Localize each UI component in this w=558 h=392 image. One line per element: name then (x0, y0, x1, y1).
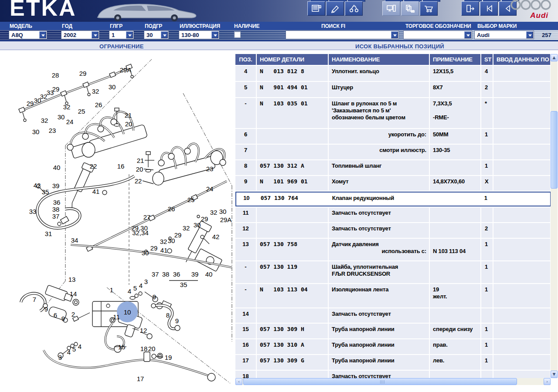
diagram-callout[interactable]: 29 (150, 244, 158, 252)
table-row[interactable]: -057 130 119Шайба, уплотнительнаяFЉR DRU… (235, 261, 551, 283)
diagram-callout[interactable]: 27 (143, 213, 151, 221)
parts-list-button[interactable] (307, 1, 325, 16)
column-header[interactable]: НАИМЕНОВАНИЕ (329, 54, 429, 65)
column-header[interactable]: НОМЕР ДЕТАЛИ (257, 54, 328, 65)
horizontal-scroll-thumb[interactable] (243, 378, 517, 385)
diagram-callout[interactable]: 34 (71, 237, 78, 244)
diagram-callout[interactable]: 20 (148, 345, 156, 352)
diagram-callout[interactable]: 4 (128, 287, 131, 295)
diagram-callout[interactable]: 29A (120, 66, 132, 74)
diagram-callout[interactable]: 30 (58, 113, 65, 121)
diagram-callout[interactable]: 4 (78, 343, 82, 350)
diagram-callout[interactable]: 9 (175, 317, 179, 324)
filter-select-3[interactable]: 30 (144, 30, 169, 39)
diagram-callout[interactable]: 16 (117, 162, 125, 170)
filter-select-7[interactable] (403, 30, 472, 39)
diagram-callout[interactable]: 5 (72, 345, 76, 353)
diagram-callout[interactable]: 41 (160, 247, 168, 254)
diagram-callout[interactable]: 32 (63, 103, 71, 111)
diagram-callout[interactable]: 20 (136, 166, 143, 173)
column-header[interactable]: ST (481, 54, 493, 65)
diagram-callout[interactable]: 8 (166, 311, 170, 319)
diagram-callout[interactable]: 6 (54, 311, 57, 319)
diagram-callout[interactable]: 9 (61, 315, 65, 322)
diagram-callout[interactable]: 42 (212, 233, 220, 240)
diagram-callout[interactable]: 42 (34, 182, 41, 189)
diagram-callout[interactable]: 30 (142, 249, 149, 257)
diagram-callout[interactable]: 20 (125, 120, 133, 128)
diagram-callout[interactable]: 36 (173, 270, 180, 278)
vertical-scroll-thumb[interactable] (551, 111, 558, 189)
diagram-callout[interactable]: 25 (187, 196, 195, 203)
diagram-callout[interactable]: 40 (205, 270, 213, 278)
diagram-callout[interactable]: 38 (162, 270, 170, 278)
diagram-callout[interactable]: 41 (92, 188, 100, 195)
diagram-callout[interactable]: 26 (168, 205, 175, 213)
diagram-callout[interactable]: 33 (29, 208, 37, 215)
diagram-callout[interactable]: 37 (52, 213, 60, 220)
diagram-callout[interactable]: 32 (92, 88, 99, 95)
filter-select-1[interactable]: 2002 (61, 30, 99, 39)
diagram-callout[interactable]: 32 (210, 209, 218, 216)
diagram-callout[interactable]: 2 (71, 311, 75, 318)
diagram-callout[interactable]: 4 (67, 348, 71, 356)
diagram-callout[interactable]: 19 (165, 354, 172, 361)
diagram-callout[interactable]: 3 (144, 278, 148, 285)
diagram-callout[interactable]: 22 (90, 162, 97, 170)
scroll-up-button[interactable]: ▲ (551, 54, 558, 61)
diagram-callout[interactable]: 31 (45, 230, 52, 237)
column-header[interactable]: ПРИМЕЧАНИЕ (430, 54, 480, 65)
diagram-callout[interactable]: 21 (137, 157, 144, 164)
scroll-right-button[interactable]: › (544, 378, 551, 385)
diagram-callout[interactable]: 39 (191, 270, 199, 278)
diagram-callout[interactable]: 21 (125, 112, 132, 119)
scroll-down-button[interactable]: ▼ (551, 371, 558, 378)
table-row[interactable]: 4N 013 812 8Уплотнит. кольцо12X15,54 (235, 66, 551, 81)
diagram-callout[interactable]: 30 (168, 237, 175, 244)
filter-select-2[interactable]: 1 (109, 30, 134, 39)
table-row[interactable]: 16057 130 310 AТруба напорной линииправ.… (235, 339, 551, 354)
diagram-callout[interactable]: 13 (68, 276, 76, 283)
chevron-down-icon[interactable] (126, 31, 133, 38)
diagram-callout[interactable]: 28 (52, 71, 59, 79)
diagram-callout[interactable]: 18 (140, 345, 148, 352)
scroll-left-button[interactable]: ‹ (235, 378, 242, 385)
edit-button[interactable] (326, 1, 344, 16)
exit-button[interactable] (461, 1, 479, 16)
diagram-callout[interactable]: 36 (53, 199, 61, 206)
diagram-callout[interactable]: 29A (220, 216, 232, 223)
diagram-callout[interactable]: 5 (133, 284, 137, 292)
diagram-callout[interactable]: 40 (53, 164, 61, 171)
availability-checkbox[interactable] (234, 31, 241, 38)
diagram-callout[interactable]: 14 (70, 290, 77, 297)
diagram-callout[interactable]: 17 (137, 375, 144, 382)
diagram-callout[interactable]: 29 (79, 70, 87, 77)
diagram-callout[interactable]: 23 (49, 127, 56, 134)
filter-select-4[interactable]: 130-80 (179, 30, 219, 39)
diagram-callout[interactable]: 30 (194, 221, 201, 229)
diagram-callout[interactable]: 33 (47, 89, 54, 96)
depot-button[interactable] (401, 1, 419, 16)
diagram-callout[interactable]: 35 (180, 281, 187, 288)
diagram-callout[interactable]: 30 (34, 97, 41, 104)
diagram-callout[interactable]: 30 (109, 83, 116, 91)
table-row[interactable]: 8057 130 312 AТопливный шланг1 (235, 160, 551, 175)
diagram-callout[interactable]: 37 (152, 270, 159, 278)
table-vertical-scrollbar[interactable]: ▲ ▼ (551, 54, 558, 378)
filter-select-6[interactable] (286, 30, 399, 39)
diagram-callout[interactable]: 24 (206, 185, 214, 193)
parts-diagram[interactable]: 282929A303229333230293230323026252423212… (4, 52, 233, 384)
diagram-callout[interactable]: 32 (183, 224, 190, 232)
diagram-callout[interactable]: 35 (42, 188, 49, 196)
table-row[interactable]: 11Запчасть отсутствует (235, 207, 551, 222)
diagram-callout[interactable]: 25 (78, 108, 85, 115)
diagram-callout[interactable]: 30 (32, 128, 40, 135)
diagram-callout[interactable]: 15 (118, 343, 126, 351)
table-row[interactable]: 17057 130 309 GТруба напорной линиилев.1 (235, 355, 551, 370)
table-row[interactable]: 6укоротить до:50ММ1 (235, 129, 551, 144)
table-row[interactable]: 14Запчасть отсутствует (235, 308, 551, 323)
table-row[interactable]: 12Запчасть отсутствует2 (235, 223, 551, 238)
table-row[interactable]: 7смотри иллюстр.130-35 (235, 145, 551, 159)
diagram-callout[interactable]: 29 (201, 215, 208, 223)
diagram-callout[interactable]: 22 (135, 177, 142, 185)
